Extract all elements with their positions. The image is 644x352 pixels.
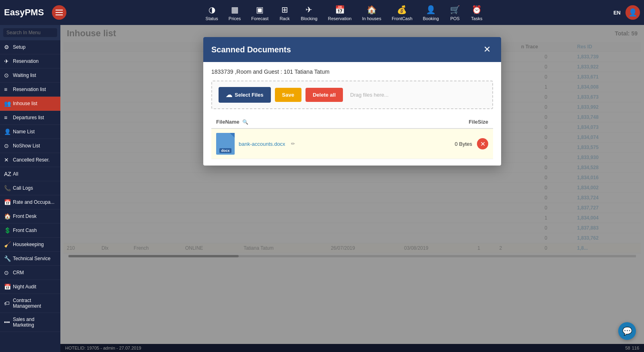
nav-label-inhouses: In houses: [362, 16, 381, 21]
sidebar-label-waiting-list: Waiting list: [13, 72, 36, 78]
nav-item-forecast[interactable]: ▣ Forecast: [246, 2, 273, 23]
nav-icon-booking: 👤: [425, 4, 436, 15]
sidebar-item-reservation[interactable]: ✈ Reservation: [0, 54, 60, 68]
nav-label-booking: Booking: [423, 16, 439, 21]
sidebar-item-call-logs[interactable]: 📞 Call Logs: [0, 181, 60, 195]
sidebar-item-contract-management[interactable]: 🏷 Contract Management: [0, 294, 60, 313]
sidebar-item-housekeeping[interactable]: 🧹 Housekeeping: [0, 238, 60, 252]
sidebar-item-crm[interactable]: ⊙ CRM: [0, 266, 60, 280]
sidebar-icon-cancelled-reser: ✕: [4, 157, 10, 163]
file-type-label: docx: [219, 148, 231, 153]
sidebar-icon-all: AZ: [4, 171, 10, 177]
sidebar-label-contract-management: Contract Management: [13, 298, 56, 309]
hamburger-button[interactable]: [52, 5, 66, 20]
sidebar-item-sales-marketing[interactable]: ••• Sales and Marketing: [0, 313, 60, 332]
user-avatar[interactable]: 👤: [625, 5, 640, 20]
sidebar-icon-sales-marketing: •••: [4, 319, 10, 325]
nav-item-reservation[interactable]: 📅 Reservation: [323, 2, 357, 23]
nav-icon-status: ◑: [206, 4, 217, 15]
upload-icon: ☁: [226, 91, 232, 99]
sidebar-label-sales-marketing: Sales and Marketing: [13, 317, 56, 328]
top-nav: EasyPMS ◑ Status ▦ Prices ▣ Forecast ⊞ R…: [0, 0, 644, 25]
sidebar-item-name-list[interactable]: 👤 Name List: [0, 125, 60, 139]
nav-label-blocking: Blocking: [301, 16, 318, 21]
sidebar-label-name-list: Name List: [13, 129, 35, 135]
sidebar-label-noshow-list: NoShow List: [13, 143, 40, 149]
sidebar-label-reservation: Reservation: [13, 58, 39, 64]
nav-right: EN 👤: [613, 5, 640, 20]
nav-icon-frontcash: 💰: [396, 4, 408, 15]
nav-icon-reservation: 📅: [334, 4, 345, 15]
sidebar-icon-contract-management: 🏷: [4, 300, 10, 306]
scanned-documents-modal: Scanned Documents ✕ 1833739 ,Room and Gu…: [203, 37, 501, 166]
sidebar-icon-reservation-list: ≡: [4, 86, 10, 93]
sidebar-label-cancelled-reser: Cancelled Reser.: [13, 157, 50, 163]
nav-item-blocking[interactable]: ✈ Blocking: [296, 2, 322, 23]
delete-all-button[interactable]: Delete all: [305, 88, 343, 102]
sidebar-label-front-cash: Front Cash: [13, 228, 37, 233]
sidebar-label-call-logs: Call Logs: [13, 185, 33, 191]
nav-label-reservation: Reservation: [328, 16, 352, 21]
nav-item-tasks[interactable]: ⏰ Tasks: [466, 2, 487, 23]
sidebar-label-rate-occupancy: Rate and Occupa...: [13, 199, 54, 205]
sidebar-item-rate-occupancy[interactable]: 📅 Rate and Occupa...: [0, 195, 60, 209]
file-icon: docx: [216, 133, 235, 155]
sidebar: ⚙ Setup ✈ Reservation ⊙ Waiting list ≡ R…: [0, 25, 60, 352]
sidebar-label-setup: Setup: [13, 44, 25, 50]
sidebar-icon-setup: ⚙: [4, 44, 10, 50]
sidebar-label-night-audit: Night Audit: [13, 284, 36, 290]
modal-subtitle: 1833739 ,Room and Guest : 101 Tatiana Ta…: [211, 68, 493, 75]
sidebar-icon-call-logs: 📞: [4, 185, 10, 191]
nav-item-rack[interactable]: ⊞ Rack: [274, 2, 295, 23]
sidebar-item-departures-list[interactable]: ≡ Departures list: [0, 111, 60, 125]
sidebar-item-night-audit[interactable]: 📅 Night Audit: [0, 280, 60, 294]
sidebar-icon-crm: ⊙: [4, 269, 10, 276]
file-row: docx bank-accounts.docx ✏ 0 Bytes ✕: [211, 128, 493, 159]
nav-item-inhouses[interactable]: 🏠 In houses: [357, 2, 386, 23]
nav-item-status[interactable]: ◑ Status: [201, 2, 223, 23]
drag-hint: Drag files here...: [350, 92, 388, 98]
nav-label-prices: Prices: [229, 16, 241, 21]
nav-item-pos[interactable]: 🛒 POS: [444, 2, 465, 23]
sidebar-item-all[interactable]: AZ All: [0, 167, 60, 181]
nav-label-status: Status: [206, 16, 218, 21]
sidebar-item-inhouse-list[interactable]: 👥 Inhouse list: [0, 97, 60, 111]
sidebar-icon-front-cash: 💲: [4, 227, 10, 234]
sidebar-item-waiting-list[interactable]: ⊙ Waiting list: [0, 68, 60, 83]
nav-item-prices[interactable]: ▦ Prices: [224, 2, 246, 23]
nav-icon-pos: 🛒: [449, 4, 460, 15]
sidebar-item-cancelled-reser[interactable]: ✕ Cancelled Reser.: [0, 153, 60, 167]
sidebar-item-front-desk[interactable]: 🏠 Front Desk: [0, 209, 60, 224]
sidebar-item-noshow-list[interactable]: ⊙ NoShow List: [0, 139, 60, 153]
save-button[interactable]: Save: [275, 88, 301, 102]
sidebar-item-technical-service[interactable]: 🔧 Technical Service: [0, 252, 60, 266]
sidebar-icon-name-list: 👤: [4, 128, 10, 135]
delete-file-button[interactable]: ✕: [477, 138, 488, 149]
sidebar-label-all: All: [13, 171, 18, 177]
search-input[interactable]: [3, 28, 57, 37]
sidebar-icon-inhouse-list: 👥: [4, 100, 10, 107]
sidebar-label-departures-list: Departures list: [13, 115, 44, 120]
sidebar-icon-waiting-list: ⊙: [4, 72, 10, 79]
modal-close-button[interactable]: ✕: [481, 43, 493, 56]
sidebar-label-technical-service: Technical Service: [13, 256, 50, 261]
sidebar-icon-night-audit: 📅: [4, 284, 10, 290]
top-nav-items: ◑ Status ▦ Prices ▣ Forecast ⊞ Rack ✈ Bl…: [74, 2, 613, 23]
nav-item-frontcash[interactable]: 💰 FrontCash: [387, 2, 417, 23]
modal-header: Scanned Documents ✕: [203, 37, 501, 62]
select-files-button[interactable]: ☁ Select Files: [219, 87, 271, 103]
file-name-link[interactable]: bank-accounts.docx: [239, 141, 285, 147]
upload-area: ☁ Select Files Save Delete all Drag file…: [211, 81, 493, 109]
sidebar-item-setup[interactable]: ⚙ Setup: [0, 40, 60, 54]
filename-search-icon[interactable]: 🔍: [242, 119, 248, 125]
sidebar-item-front-cash[interactable]: 💲 Front Cash: [0, 224, 60, 238]
edit-pencil-icon[interactable]: ✏: [291, 141, 295, 147]
sidebar-icon-front-desk: 🏠: [4, 213, 10, 219]
chat-bubble[interactable]: 💬: [618, 322, 636, 340]
filename-column-header: FileName 🔍: [211, 116, 400, 128]
file-table: FileName 🔍 FileSize docx bank-accounts.d…: [211, 116, 493, 159]
sidebar-label-housekeeping: Housekeeping: [13, 242, 44, 247]
language-selector[interactable]: EN: [613, 10, 621, 16]
sidebar-item-reservation-list[interactable]: ≡ Reservation list: [0, 83, 60, 97]
nav-item-booking[interactable]: 👤 Booking: [418, 2, 444, 23]
